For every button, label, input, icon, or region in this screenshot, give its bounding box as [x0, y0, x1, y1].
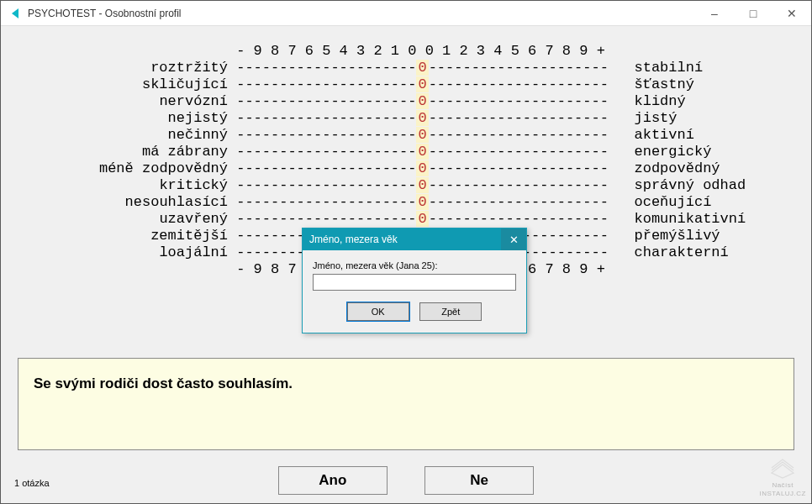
trait-left-label: nervózní — [51, 93, 228, 110]
maximize-button[interactable]: □ — [734, 1, 772, 26]
trait-dashes-left: --------------------- — [236, 144, 416, 160]
titlebar: PSYCHOTEST - Osobnostní profil – □ ✕ — [1, 1, 811, 26]
watermark: Načíst INSTALUJ.CZ — [759, 456, 806, 498]
dialog-buttons: OK Zpět — [313, 302, 516, 321]
trait-right-label: jistý — [635, 110, 678, 126]
trait-right-label: energický — [635, 144, 712, 160]
question-text: Se svými rodiči dost často souhlasím. — [34, 375, 778, 392]
dialog-close-button[interactable]: ✕ — [501, 228, 526, 250]
trait-dashes-left: --------------------- — [236, 110, 416, 126]
dialog-title: Jméno, mezera věk — [309, 234, 501, 245]
close-button[interactable]: ✕ — [772, 1, 811, 26]
trait-dashes-right: --------------------- — [429, 177, 609, 193]
trait-value: 0 — [416, 93, 428, 109]
trait-dashes-right: --------------------- — [429, 110, 609, 126]
trait-right-label: charakterní — [635, 244, 729, 260]
profile-row: nečinný ---------------------0----------… — [1, 127, 811, 144]
trait-right-label: stabilní — [635, 60, 704, 76]
trait-dashes-left: --------------------- — [236, 76, 416, 92]
trait-dashes-left: --------------------- — [236, 177, 416, 193]
name-age-input[interactable] — [313, 274, 516, 291]
profile-row: má zábrany ---------------------0-------… — [1, 144, 811, 160]
trait-value: 0 — [416, 211, 428, 227]
trait-value: 0 — [416, 110, 428, 126]
trait-left-label: nesouhlasící — [51, 194, 228, 211]
trait-dashes-left: --------------------- — [236, 160, 416, 176]
trait-dashes-right: --------------------- — [429, 93, 609, 109]
trait-right-label: správný odhad — [635, 177, 746, 193]
profile-row: uzavřený ---------------------0---------… — [1, 211, 811, 228]
trait-value: 0 — [416, 177, 428, 193]
trait-left-label: uzavřený — [51, 211, 228, 228]
trait-dashes-right: --------------------- — [429, 60, 609, 76]
answer-buttons: Ano Ne — [1, 466, 811, 495]
trait-left-label: méně zodpovědný — [51, 160, 228, 177]
dialog-body: Jméno, mezera věk (Jana 25): OK Zpět — [303, 250, 526, 333]
trait-left-label: nečinný — [51, 127, 228, 144]
window-buttons: – □ ✕ — [695, 1, 811, 26]
trait-dashes-right: --------------------- — [429, 144, 609, 160]
trait-value: 0 — [416, 144, 428, 160]
trait-right-label: klidný — [635, 93, 686, 109]
trait-dashes-left: --------------------- — [236, 211, 416, 227]
minimize-button[interactable]: – — [695, 1, 734, 26]
dialog-label: Jméno, mezera věk (Jana 25): — [313, 260, 516, 270]
trait-value: 0 — [416, 76, 428, 92]
trait-left-label: skličující — [51, 76, 228, 93]
trait-left-label: roztržitý — [51, 60, 228, 76]
trait-dashes-left: --------------------- — [236, 127, 416, 143]
dialog-titlebar[interactable]: Jméno, mezera věk ✕ — [303, 228, 526, 250]
profile-row: skličující ---------------------0-------… — [1, 76, 811, 93]
window-title: PSYCHOTEST - Osobnostní profil — [28, 8, 695, 19]
profile-row: nejistý ---------------------0----------… — [1, 110, 811, 127]
trait-right-label: oceňující — [635, 194, 712, 210]
dialog-back-button[interactable]: Zpět — [419, 302, 482, 321]
trait-left-label: nejistý — [51, 110, 228, 127]
name-age-dialog: Jméno, mezera věk ✕ Jméno, mezera věk (J… — [302, 228, 527, 333]
app-icon — [8, 6, 23, 21]
trait-right-label: zodpovědný — [635, 160, 720, 176]
trait-dashes-right: --------------------- — [429, 194, 609, 210]
scale-header: - 9 8 7 6 5 4 3 2 1 0 0 1 2 3 4 5 6 7 8 … — [1, 43, 811, 60]
trait-left-label: kritický — [51, 177, 228, 194]
trait-right-label: přemýšlivý — [635, 228, 720, 244]
profile-row: nervózní ---------------------0---------… — [1, 93, 811, 110]
main-window: PSYCHOTEST - Osobnostní profil – □ ✕ - 9… — [0, 0, 812, 504]
trait-dashes-left: --------------------- — [236, 93, 416, 109]
trait-value: 0 — [416, 194, 428, 210]
profile-row: kritický ---------------------0---------… — [1, 177, 811, 194]
trait-dashes-right: --------------------- — [429, 127, 609, 143]
question-panel: Se svými rodiči dost často souhlasím. — [18, 358, 794, 450]
profile-row: méně zodpovědný ---------------------0--… — [1, 160, 811, 177]
trait-left-label: má zábrany — [51, 144, 228, 160]
trait-right-label: komunikativní — [635, 211, 746, 227]
trait-value: 0 — [416, 127, 428, 143]
trait-dashes-right: --------------------- — [429, 76, 609, 92]
trait-dashes-left: --------------------- — [236, 60, 416, 76]
yes-button[interactable]: Ano — [278, 466, 388, 495]
trait-left-label: zemitější — [51, 228, 228, 244]
trait-value: 0 — [416, 160, 428, 176]
no-button[interactable]: Ne — [424, 466, 534, 495]
profile-row: roztržitý ---------------------0--------… — [1, 60, 811, 76]
content-area: - 9 8 7 6 5 4 3 2 1 0 0 1 2 3 4 5 6 7 8 … — [1, 26, 811, 503]
trait-dashes-right: --------------------- — [429, 160, 609, 176]
dialog-ok-button[interactable]: OK — [347, 302, 409, 321]
bottom-bar: 1 otázka Ano Ne — [1, 453, 811, 503]
profile-row: nesouhlasící ---------------------0-----… — [1, 194, 811, 211]
trait-right-label: šťastný — [635, 76, 694, 92]
trait-right-label: aktivní — [635, 127, 694, 143]
trait-left-label: loajální — [51, 244, 228, 261]
trait-value: 0 — [416, 60, 428, 76]
trait-dashes-left: --------------------- — [236, 194, 416, 210]
trait-dashes-right: --------------------- — [429, 211, 609, 227]
svg-marker-0 — [12, 8, 18, 18]
